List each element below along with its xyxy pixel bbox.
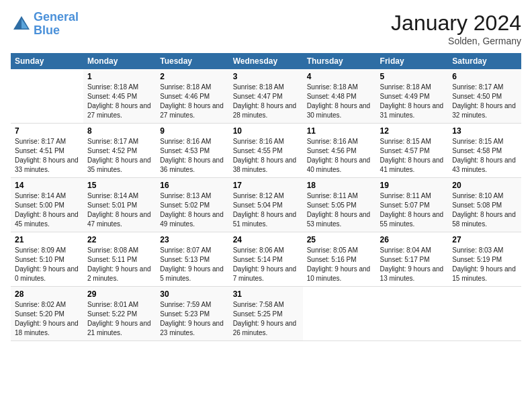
day-number: 21	[15, 235, 79, 244]
day-info: Sunrise: 8:08 AMSunset: 5:11 PMDaylight:…	[87, 246, 151, 282]
day-number: 18	[307, 181, 372, 190]
calendar-cell: 6Sunrise: 8:17 AMSunset: 4:50 PMDaylight…	[448, 69, 521, 124]
calendar-row-2: 14Sunrise: 8:14 AMSunset: 5:00 PMDayligh…	[11, 178, 521, 232]
day-info: Sunrise: 8:17 AMSunset: 4:50 PMDaylight:…	[452, 83, 516, 119]
weekday-header-row: Sunday Monday Tuesday Wednesday Thursday…	[11, 53, 521, 69]
calendar-cell: 9Sunrise: 8:16 AMSunset: 4:53 PMDaylight…	[156, 124, 228, 178]
day-number: 8	[87, 126, 152, 136]
header-wednesday: Wednesday	[229, 53, 303, 69]
calendar-cell: 14Sunrise: 8:14 AMSunset: 5:00 PMDayligh…	[11, 178, 83, 232]
header-thursday: Thursday	[303, 53, 376, 69]
day-number: 20	[452, 181, 517, 190]
day-info: Sunrise: 8:18 AMSunset: 4:47 PMDaylight:…	[233, 83, 297, 119]
calendar-cell: 12Sunrise: 8:15 AMSunset: 4:57 PMDayligh…	[376, 124, 449, 178]
calendar-cell: 20Sunrise: 8:10 AMSunset: 5:08 PMDayligh…	[448, 178, 521, 232]
logo-icon	[11, 13, 32, 35]
day-info: Sunrise: 8:17 AMSunset: 4:52 PMDaylight:…	[87, 138, 151, 173]
logo-blue: Blue	[34, 24, 60, 37]
day-info: Sunrise: 8:11 AMSunset: 5:05 PMDaylight:…	[307, 192, 371, 228]
day-info: Sunrise: 8:10 AMSunset: 5:08 PMDaylight:…	[452, 192, 516, 228]
day-info: Sunrise: 8:01 AMSunset: 5:22 PMDaylight:…	[87, 301, 151, 336]
day-info: Sunrise: 8:16 AMSunset: 4:53 PMDaylight:…	[160, 138, 224, 173]
calendar-cell: 30Sunrise: 7:59 AMSunset: 5:23 PMDayligh…	[156, 287, 228, 341]
day-info: Sunrise: 8:12 AMSunset: 5:04 PMDaylight:…	[233, 192, 297, 228]
day-number: 5	[380, 72, 445, 81]
header-monday: Monday	[83, 53, 156, 69]
day-info: Sunrise: 8:18 AMSunset: 4:46 PMDaylight:…	[160, 83, 224, 119]
calendar-cell: 10Sunrise: 8:16 AMSunset: 4:55 PMDayligh…	[229, 124, 303, 178]
header-sunday: Sunday	[11, 53, 83, 69]
day-number: 6	[452, 72, 517, 81]
day-info: Sunrise: 8:16 AMSunset: 4:56 PMDaylight:…	[307, 138, 371, 173]
day-info: Sunrise: 8:02 AMSunset: 5:20 PMDaylight:…	[15, 301, 79, 336]
calendar-cell: 4Sunrise: 8:18 AMSunset: 4:48 PMDaylight…	[303, 69, 376, 124]
header-friday: Friday	[376, 53, 449, 69]
day-number: 11	[307, 126, 372, 136]
calendar-cell: 21Sunrise: 8:09 AMSunset: 5:10 PMDayligh…	[11, 232, 83, 287]
calendar-cell: 19Sunrise: 8:11 AMSunset: 5:07 PMDayligh…	[376, 178, 449, 232]
location-subtitle: Solden, Germany	[391, 36, 521, 46]
day-number: 1	[87, 72, 152, 81]
calendar-cell	[376, 287, 449, 341]
day-info: Sunrise: 7:59 AMSunset: 5:23 PMDaylight:…	[160, 301, 224, 336]
day-number: 14	[15, 181, 79, 190]
day-info: Sunrise: 8:05 AMSunset: 5:16 PMDaylight:…	[307, 246, 371, 282]
calendar-cell: 29Sunrise: 8:01 AMSunset: 5:22 PMDayligh…	[83, 287, 156, 341]
calendar-cell: 31Sunrise: 7:58 AMSunset: 5:25 PMDayligh…	[229, 287, 303, 341]
day-number: 24	[233, 235, 299, 244]
calendar-cell	[448, 287, 521, 341]
day-info: Sunrise: 8:09 AMSunset: 5:10 PMDaylight:…	[15, 246, 79, 282]
day-number: 31	[233, 289, 299, 299]
title-block: January 2024 Solden, Germany	[391, 11, 521, 46]
calendar-cell: 23Sunrise: 8:07 AMSunset: 5:13 PMDayligh…	[156, 232, 228, 287]
day-number: 25	[307, 235, 372, 244]
day-number: 30	[160, 289, 224, 299]
day-info: Sunrise: 8:07 AMSunset: 5:13 PMDaylight:…	[160, 246, 224, 282]
day-number: 2	[160, 72, 224, 81]
page-container: General Blue January 2024 Solden, German…	[0, 0, 532, 348]
calendar-cell: 18Sunrise: 8:11 AMSunset: 5:05 PMDayligh…	[303, 178, 376, 232]
day-number: 3	[233, 72, 299, 81]
day-number: 13	[452, 126, 517, 136]
day-number: 28	[15, 289, 79, 299]
calendar-cell: 16Sunrise: 8:13 AMSunset: 5:02 PMDayligh…	[156, 178, 228, 232]
day-number: 9	[160, 126, 224, 136]
calendar-cell: 13Sunrise: 8:15 AMSunset: 4:58 PMDayligh…	[448, 124, 521, 178]
calendar-cell	[303, 287, 376, 341]
calendar-cell: 27Sunrise: 8:03 AMSunset: 5:19 PMDayligh…	[448, 232, 521, 287]
calendar-cell: 15Sunrise: 8:14 AMSunset: 5:01 PMDayligh…	[83, 178, 156, 232]
page-header: General Blue January 2024 Solden, German…	[11, 11, 521, 46]
day-number: 16	[160, 181, 224, 190]
day-number: 12	[380, 126, 445, 136]
calendar-cell: 11Sunrise: 8:16 AMSunset: 4:56 PMDayligh…	[303, 124, 376, 178]
calendar-cell: 5Sunrise: 8:18 AMSunset: 4:49 PMDaylight…	[376, 69, 449, 124]
day-number: 7	[15, 126, 79, 136]
calendar-cell: 1Sunrise: 8:18 AMSunset: 4:45 PMDaylight…	[83, 69, 156, 124]
day-info: Sunrise: 8:18 AMSunset: 4:49 PMDaylight:…	[380, 83, 444, 119]
day-number: 26	[380, 235, 445, 244]
day-info: Sunrise: 8:11 AMSunset: 5:07 PMDaylight:…	[380, 192, 444, 228]
day-info: Sunrise: 8:16 AMSunset: 4:55 PMDaylight:…	[233, 138, 297, 173]
svg-marker-1	[21, 19, 28, 28]
calendar-cell: 17Sunrise: 8:12 AMSunset: 5:04 PMDayligh…	[229, 178, 303, 232]
calendar-row-4: 28Sunrise: 8:02 AMSunset: 5:20 PMDayligh…	[11, 287, 521, 341]
calendar-cell: 8Sunrise: 8:17 AMSunset: 4:52 PMDaylight…	[83, 124, 156, 178]
day-number: 22	[87, 235, 152, 244]
day-info: Sunrise: 8:18 AMSunset: 4:48 PMDaylight:…	[307, 83, 371, 119]
day-number: 29	[87, 289, 152, 299]
day-number: 4	[307, 72, 372, 81]
header-tuesday: Tuesday	[156, 53, 228, 69]
day-info: Sunrise: 8:15 AMSunset: 4:57 PMDaylight:…	[380, 138, 444, 173]
day-info: Sunrise: 8:03 AMSunset: 5:19 PMDaylight:…	[452, 246, 516, 282]
day-info: Sunrise: 8:13 AMSunset: 5:02 PMDaylight:…	[160, 192, 224, 228]
calendar-row-3: 21Sunrise: 8:09 AMSunset: 5:10 PMDayligh…	[11, 232, 521, 287]
calendar-cell: 3Sunrise: 8:18 AMSunset: 4:47 PMDaylight…	[229, 69, 303, 124]
day-info: Sunrise: 8:14 AMSunset: 5:00 PMDaylight:…	[15, 192, 79, 228]
logo: General Blue	[11, 11, 79, 38]
day-info: Sunrise: 8:18 AMSunset: 4:45 PMDaylight:…	[87, 83, 151, 119]
logo-general: General	[34, 10, 79, 24]
calendar-cell: 24Sunrise: 8:06 AMSunset: 5:14 PMDayligh…	[229, 232, 303, 287]
day-number: 10	[233, 126, 299, 136]
day-info: Sunrise: 8:04 AMSunset: 5:17 PMDaylight:…	[380, 246, 444, 282]
calendar-cell: 26Sunrise: 8:04 AMSunset: 5:17 PMDayligh…	[376, 232, 449, 287]
